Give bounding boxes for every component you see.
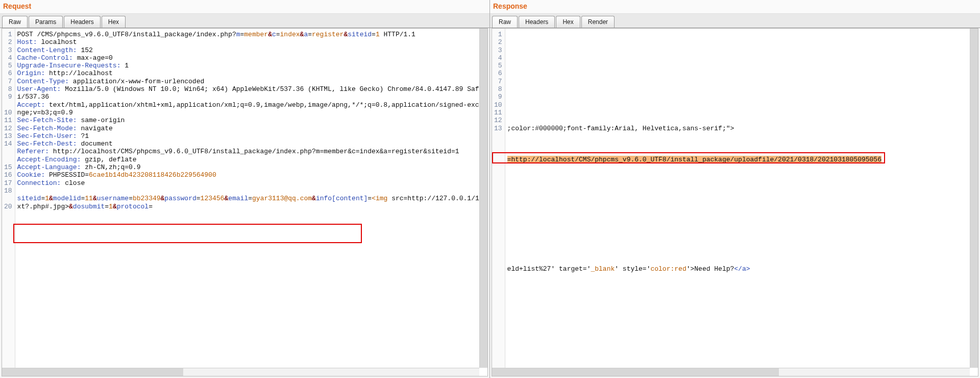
response-pane: Response Raw Headers Hex Render 1 2 3 4 … [490,0,980,378]
tab-resp-render[interactable]: Render [581,16,615,28]
request-tabbar: Raw Params Headers Hex [0,14,489,28]
tab-raw[interactable]: Raw [2,16,28,28]
horizontal-scrollbar[interactable] [492,368,970,376]
vertical-scrollbar[interactable] [479,29,487,368]
tab-resp-hex[interactable]: Hex [556,16,580,28]
tab-resp-headers[interactable]: Headers [519,16,555,28]
tab-hex[interactable]: Hex [102,16,126,28]
tab-headers[interactable]: Headers [64,16,100,28]
response-editor[interactable]: 1 2 3 4 5 6 7 8 9 10 11 12 13 ;color:#00… [492,28,978,376]
response-raw-text[interactable]: ;color:#000000;font-family:Arial, Helvet… [505,29,978,376]
vertical-scrollbar[interactable] [970,29,978,368]
tab-params[interactable]: Params [29,16,63,28]
request-line-gutter: 1 2 3 4 5 6 7 8 9 10 11 12 13 14 15 16 1… [2,29,15,376]
tab-resp-raw[interactable]: Raw [492,16,518,28]
request-raw-text[interactable]: POST /CMS/phpcms_v9.6.0_UTF8/install_pac… [15,29,487,376]
request-title: Request [0,0,489,14]
response-tabbar: Raw Headers Hex Render [490,14,980,28]
horizontal-scrollbar[interactable] [2,368,479,376]
response-title: Response [490,0,980,14]
request-pane: Request Raw Params Headers Hex 1 2 3 4 5… [0,0,490,378]
request-editor[interactable]: 1 2 3 4 5 6 7 8 9 10 11 12 13 14 15 16 1… [2,28,488,376]
response-line-gutter: 1 2 3 4 5 6 7 8 9 10 11 12 13 [492,29,505,376]
